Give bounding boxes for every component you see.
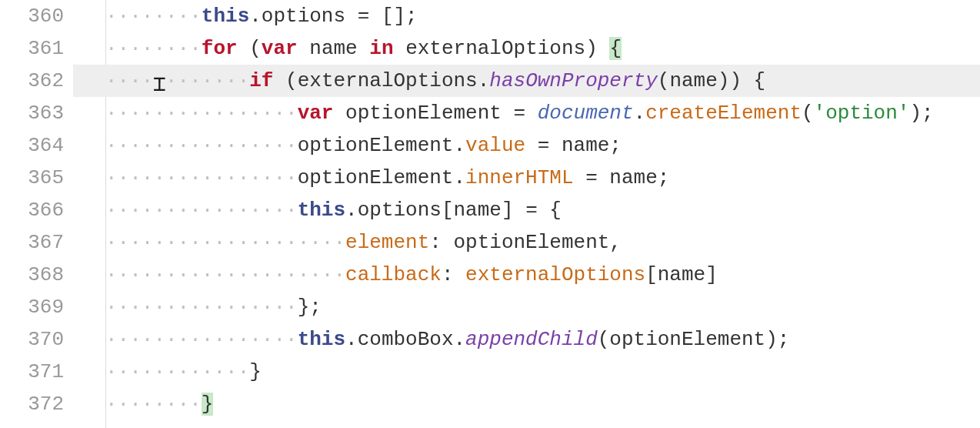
token: ( xyxy=(658,69,670,92)
token: ] xyxy=(705,263,718,286)
token: ; xyxy=(658,166,670,189)
token: . xyxy=(453,166,465,189)
line-number: 363 xyxy=(0,97,64,129)
token: externalOptions xyxy=(298,69,478,92)
token: innerHTML xyxy=(465,166,573,189)
code-line[interactable]: ········} xyxy=(73,388,980,420)
indent-dots: ···················· xyxy=(105,231,345,254)
code-line[interactable]: ················this.options[name] = { xyxy=(73,194,980,226)
token: } xyxy=(249,360,262,383)
code-line[interactable]: ················}; xyxy=(73,291,980,323)
token: ; xyxy=(609,134,622,157)
token: [ xyxy=(442,199,454,222)
line-number: 364 xyxy=(0,129,64,162)
code-line[interactable]: ····················callback: externalOp… xyxy=(73,259,980,291)
token: name xyxy=(454,199,502,222)
token: externalOptions xyxy=(465,263,645,286)
indent-dots: ················ xyxy=(105,134,298,157)
token: options xyxy=(358,199,442,222)
token: hasOwnProperty xyxy=(489,69,657,92)
token: . xyxy=(453,134,465,157)
token xyxy=(298,37,310,60)
indent-dots: ···················· xyxy=(105,263,345,286)
token: for xyxy=(202,37,238,60)
token: element xyxy=(345,231,429,254)
line-number: 362 xyxy=(0,65,64,97)
token: comboBox xyxy=(358,328,454,351)
line-number: 370 xyxy=(0,323,64,356)
token: : xyxy=(442,263,465,286)
code-line[interactable]: ········for (var name in externalOptions… xyxy=(73,32,980,65)
code-line[interactable]: ················this.comboBox.appendChil… xyxy=(73,323,980,356)
code-line[interactable]: ········this.options = []; xyxy=(73,0,980,32)
token: ( xyxy=(598,328,610,351)
token: name xyxy=(669,69,717,92)
token: in xyxy=(369,37,393,60)
line-number: 368 xyxy=(0,259,64,291)
indent-dots: ················ xyxy=(105,296,298,319)
indent-dots: ············ xyxy=(105,69,249,92)
indent-dots: ················ xyxy=(105,102,298,125)
token: createElement xyxy=(645,102,802,125)
indent-dots: ········ xyxy=(105,37,202,60)
code-line[interactable]: ············if (externalOptions.hasOwnPr… xyxy=(73,65,980,97)
token: name xyxy=(658,263,705,286)
token: = xyxy=(574,166,610,189)
gutter: 360361362363364365366367368369370371372 xyxy=(0,0,73,428)
token: = xyxy=(525,134,562,157)
token: . xyxy=(249,5,262,28)
token: : xyxy=(429,231,453,254)
token: . xyxy=(478,69,490,92)
line-number: 372 xyxy=(0,388,64,420)
code-editor[interactable]: 360361362363364365366367368369370371372 … xyxy=(0,0,980,428)
token: name xyxy=(309,37,357,60)
token: . xyxy=(345,199,358,222)
token: appendChild xyxy=(465,328,598,351)
token: optionElement xyxy=(298,166,454,189)
code-line[interactable]: ····················element: optionEleme… xyxy=(73,226,980,259)
token: = xyxy=(345,5,382,28)
token: }; xyxy=(298,296,322,319)
token: callback xyxy=(345,263,442,286)
token: ); xyxy=(765,328,789,351)
token: name xyxy=(562,134,609,157)
token: name xyxy=(609,166,657,189)
token: optionElement xyxy=(609,328,765,351)
token: []; xyxy=(382,5,418,28)
code-line[interactable]: ················optionElement.innerHTML … xyxy=(73,162,980,194)
token: ( xyxy=(238,37,262,60)
token: = xyxy=(502,102,538,125)
line-number: 367 xyxy=(0,226,64,259)
indent-dots: ················ xyxy=(105,199,298,222)
token: . xyxy=(634,102,646,125)
indent-dots: ················ xyxy=(105,166,298,189)
indent-dots: ················ xyxy=(105,328,298,351)
line-number: 366 xyxy=(0,194,64,226)
token: optionElement xyxy=(345,102,502,125)
token: externalOptions xyxy=(405,37,585,60)
token: options xyxy=(262,5,345,28)
token: document xyxy=(538,102,634,125)
token: { xyxy=(609,37,622,60)
token: ] = { xyxy=(502,199,562,222)
code-line[interactable]: ················optionElement.value = na… xyxy=(73,129,980,162)
indent-dots: ········ xyxy=(105,5,202,28)
token xyxy=(333,102,345,125)
token: var xyxy=(298,102,334,125)
line-number: 360 xyxy=(0,0,64,32)
code-area[interactable]: ········this.options = [];········for (v… xyxy=(73,0,980,428)
token: ); xyxy=(909,102,933,125)
line-number: 365 xyxy=(0,162,64,194)
token xyxy=(394,37,406,60)
token xyxy=(358,37,370,60)
token: if xyxy=(249,69,273,92)
token: [ xyxy=(645,263,658,286)
indent-dots: ············ xyxy=(105,360,249,383)
token: optionElement xyxy=(454,231,610,254)
token: this xyxy=(298,199,345,222)
code-line[interactable]: ············} xyxy=(73,356,980,388)
indent-dots: ········ xyxy=(105,393,202,416)
token: ) xyxy=(585,37,609,60)
token: this xyxy=(298,328,345,351)
code-line[interactable]: ················var optionElement = docu… xyxy=(73,97,980,129)
